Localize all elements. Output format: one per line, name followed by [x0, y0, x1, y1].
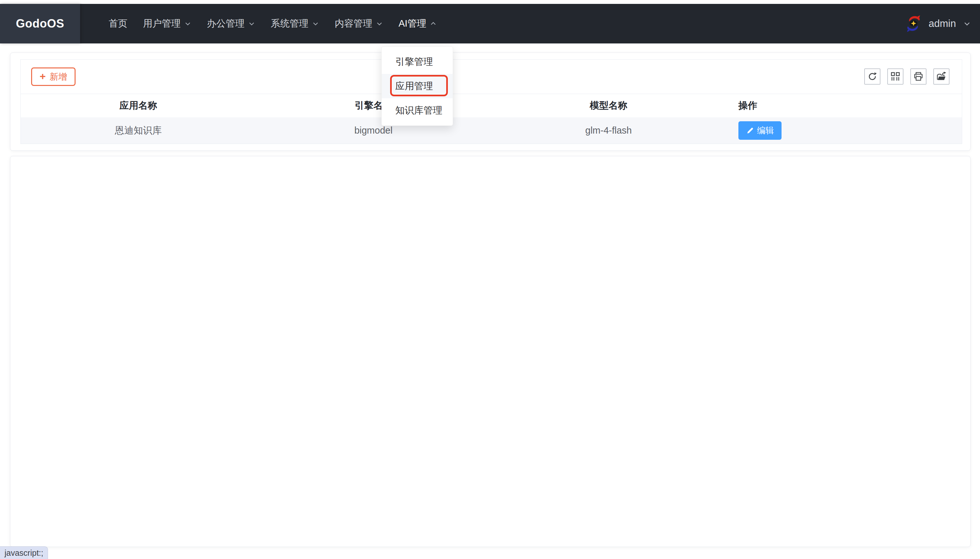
nav-item-label: 首页 [109, 17, 127, 30]
avatar [906, 14, 922, 33]
nav-item-content-mgmt[interactable]: 内容管理 [327, 4, 391, 43]
nav-item-label: 系统管理 [271, 17, 308, 30]
add-button[interactable]: + 新增 [31, 68, 76, 86]
nav-item-system-mgmt[interactable]: 系统管理 [263, 4, 327, 43]
chevron-up-icon [430, 20, 437, 27]
print-button[interactable] [910, 68, 927, 84]
refresh-icon [867, 71, 878, 82]
chevron-down-icon [312, 20, 319, 27]
add-button-label: 新增 [50, 71, 67, 83]
column-header-engine-name: 引擎名称 [256, 99, 491, 112]
cell-model-name: glm-4-flash [491, 125, 726, 136]
chevron-down-icon [963, 20, 971, 28]
app-management-card: + 新增 [10, 53, 971, 151]
nav-menu: 首页 用户管理 办公管理 系统管理 内容管理 AI管理 [80, 4, 445, 43]
edit-button[interactable]: 编辑 [739, 121, 782, 140]
ai-mgmt-dropdown: 引擎管理 应用管理 知识库管理 [381, 46, 453, 126]
table-row: 恩迪知识库 bigmodel glm-4-flash 编辑 [21, 117, 962, 144]
nav-item-label: 办公管理 [207, 17, 245, 30]
nav-item-ai-mgmt[interactable]: AI管理 [391, 4, 445, 43]
cell-app-name: 恩迪知识库 [21, 124, 256, 137]
custom-columns-icon [891, 72, 900, 81]
column-header-app-name: 应用名称 [21, 99, 256, 112]
dropdown-item-knowledge-mgmt[interactable]: 知识库管理 [382, 98, 453, 122]
status-bar-link-preview: javascript:; [0, 546, 48, 559]
nav-item-office-mgmt[interactable]: 办公管理 [199, 4, 263, 43]
nav-item-label: 内容管理 [335, 17, 372, 30]
top-navbar: GodoOS 首页 用户管理 办公管理 系统管理 内容管理 [0, 4, 980, 43]
user-menu[interactable]: admin [906, 4, 980, 43]
chevron-down-icon [376, 20, 383, 27]
nav-item-label: AI管理 [398, 17, 426, 30]
table-wrapper: + 新增 [20, 60, 962, 144]
cell-engine-name: bigmodel [256, 125, 491, 136]
toolbar-icon-group [864, 68, 950, 84]
nav-item-label: 用户管理 [143, 17, 181, 30]
column-header-model-name: 模型名称 [491, 99, 726, 112]
print-icon [913, 71, 924, 82]
dropdown-item-app-mgmt[interactable]: 应用管理 [382, 74, 453, 98]
content-empty-card [10, 156, 971, 547]
chevron-down-icon [248, 20, 255, 27]
refresh-button[interactable] [864, 68, 881, 84]
table-header-row: 应用名称 引擎名称 模型名称 操作 [21, 94, 962, 117]
nav-item-user-mgmt[interactable]: 用户管理 [135, 4, 199, 43]
edit-button-label: 编辑 [757, 125, 774, 136]
dropdown-item-engine-mgmt[interactable]: 引擎管理 [382, 50, 453, 74]
export-icon [936, 71, 947, 82]
nav-item-home[interactable]: 首页 [101, 4, 135, 43]
cell-actions: 编辑 [726, 121, 962, 140]
custom-columns-button[interactable] [887, 68, 904, 84]
username-label: admin [929, 18, 956, 30]
column-header-actions: 操作 [726, 99, 962, 112]
table-toolbar: + 新增 [21, 60, 962, 94]
app-logo: GodoOS [0, 4, 80, 43]
chevron-down-icon [184, 20, 191, 27]
pencil-icon [746, 127, 754, 134]
plus-icon: + [40, 71, 46, 81]
export-button[interactable] [933, 68, 950, 84]
